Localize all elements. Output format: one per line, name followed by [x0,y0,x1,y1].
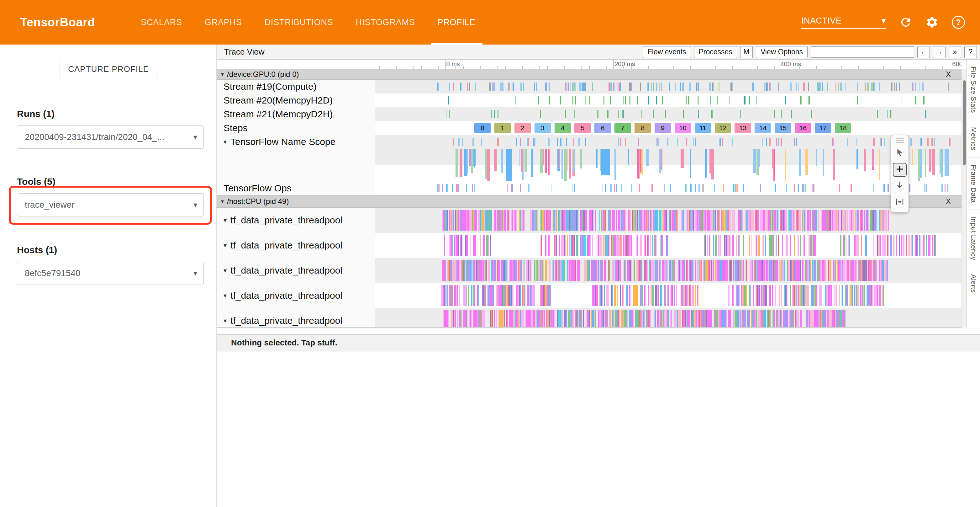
trace-help-button[interactable]: ? [964,46,977,58]
select-tool-button[interactable] [893,147,907,160]
step-block[interactable]: 16 [795,123,811,133]
step-block[interactable]: 10 [675,123,691,133]
row-label[interactable]: ▾ tf_data_private_threadpool [216,258,375,283]
trace-track[interactable] [375,181,961,195]
ruler-label: 400 ms [780,61,801,68]
hosts-label: Hosts (1) [17,245,57,255]
row-label[interactable]: ▾ tf_data_private_threadpool [216,308,375,328]
step-block[interactable]: 5 [574,123,591,133]
chevron-down-icon: ▾ [221,198,224,205]
trace-track[interactable] [375,208,961,233]
hosts-dropdown[interactable]: 8efc5e791540 ▾ [17,261,204,285]
timing-tool-button[interactable] [893,196,907,209]
tab-distributions[interactable]: DISTRIBUTIONS [253,0,345,45]
trace-track[interactable] [375,233,961,258]
trace-track[interactable] [375,94,961,107]
tab-graphs[interactable]: GRAPHS [193,0,253,45]
close-icon[interactable]: X [946,70,951,79]
trace-row-threadpool-1: ▾ tf_data_private_threadpool [216,208,961,233]
tab-input-latency[interactable]: Input Latency [967,210,980,268]
trace-track[interactable] [375,283,961,308]
row-label [216,149,375,181]
chevron-down-icon: ▾ [193,133,197,142]
row-label[interactable]: TensorFlow Ops [216,181,375,195]
trace-track[interactable] [375,308,961,328]
step-block[interactable]: 2 [514,123,531,133]
step-block[interactable]: 15 [775,123,791,133]
step-block[interactable]: 11 [695,123,711,133]
view-options-button[interactable]: View Options [756,46,808,58]
row-label[interactable]: Stream #20(MemcpyH2D) [216,94,375,107]
row-label[interactable]: ▾ tf_data_private_threadpool [216,233,375,258]
step-block[interactable]: 14 [755,123,771,133]
tab-profile[interactable]: PROFILE [426,0,487,45]
trace-track[interactable] [375,107,961,121]
cpu-section-header[interactable]: ▾ /host:CPU (pid 49) X [216,195,961,208]
m-button[interactable]: M [740,46,753,58]
trace-track[interactable] [375,80,961,94]
tools-value: trace_viewer [25,200,75,210]
step-block[interactable]: 8 [635,123,651,133]
main-nav: SCALARS GRAPHS DISTRIBUTIONS HISTOGRAMS … [129,0,487,45]
timeline-ruler: 0 ms200 ms400 ms600 [216,60,961,69]
step-block[interactable]: 3 [535,123,551,133]
detail-bar: Nothing selected. Tap stuff. [216,334,980,351]
trace-row-threadpool-5: ▾ tf_data_private_threadpool [216,308,961,328]
capture-profile-button[interactable]: CAPTURE PROFILE [60,58,158,80]
processes-button[interactable]: Processes [694,46,737,58]
zoom-tool-button[interactable] [893,179,907,193]
trace-rows-viewport[interactable]: ▾ /device:GPU:0 (pid 0) X Stream #19(Com… [216,69,961,328]
tab-alerts[interactable]: Alerts [967,267,980,300]
row-label[interactable]: ▾ tf_data_private_threadpool [216,283,375,308]
chevron-down-icon: ▾ [224,292,227,299]
flow-events-button[interactable]: Flow events [643,46,691,58]
tab-metrics[interactable]: Metrics [967,120,980,158]
palette-drag-handle[interactable] [896,138,904,144]
tools-dropdown[interactable]: trace_viewer ▾ [17,193,204,217]
refresh-icon[interactable] [899,16,912,29]
step-block[interactable]: 1 [495,123,511,133]
back-button[interactable]: ← [917,46,930,58]
vertical-scrollbar[interactable] [961,69,967,328]
analysis-tab-strip: File Size Stats Metrics Frame Data Input… [966,60,980,328]
row-label[interactable]: ▾ tf_data_private_threadpool [216,208,375,233]
runs-dropdown[interactable]: 20200409-231431/train/2020_04_... ▾ [17,126,204,149]
row-label[interactable]: Stream #19(Compute) [216,80,375,94]
skip-button[interactable]: » [949,46,961,58]
chevron-down-icon: ▾ [224,317,227,324]
trace-search-input[interactable] [811,46,914,58]
step-block[interactable]: 17 [815,123,831,133]
ruler-label: 600 [952,61,961,68]
step-block[interactable]: 4 [555,123,571,133]
trace-track[interactable] [375,135,961,149]
chevron-down-icon: ▾ [224,138,227,145]
step-block[interactable]: 0 [474,123,491,133]
row-label[interactable]: ▾ TensorFlow Name Scope [216,135,375,149]
steps-track[interactable]: 0123456789101112131415161718 [375,121,961,135]
step-block[interactable]: 7 [614,123,631,133]
tab-histograms[interactable]: HISTOGRAMS [345,0,426,45]
row-label[interactable]: Stream #21(MemcpyD2H) [216,107,375,121]
forward-button[interactable]: → [933,46,945,58]
step-block[interactable]: 13 [735,123,751,133]
tab-frame-data[interactable]: Frame Data [967,158,980,210]
step-block[interactable]: 9 [655,123,671,133]
tab-scalars[interactable]: SCALARS [129,0,193,45]
help-icon[interactable]: ? [952,16,965,29]
row-label-text: tf_data_private_threadpool [231,290,342,301]
step-block[interactable]: 6 [594,123,611,133]
trace-track[interactable] [375,149,961,181]
row-label[interactable]: Steps [216,121,375,135]
settings-gear-icon[interactable] [926,16,939,29]
gpu-section-header[interactable]: ▾ /device:GPU:0 (pid 0) X [216,69,961,80]
tab-file-size-stats[interactable]: File Size Stats [967,60,980,120]
close-icon[interactable]: X [946,197,951,206]
trace-view-title: Trace View [224,47,265,57]
step-block[interactable]: 12 [715,123,731,133]
row-label-text: TensorFlow Name Scope [231,137,336,147]
status-dropdown[interactable]: INACTIVE ▾ [801,16,886,29]
step-block[interactable]: 18 [835,123,851,133]
scrollbar-thumb[interactable] [963,80,966,165]
pan-tool-button[interactable] [893,163,907,177]
trace-track[interactable] [375,258,961,283]
